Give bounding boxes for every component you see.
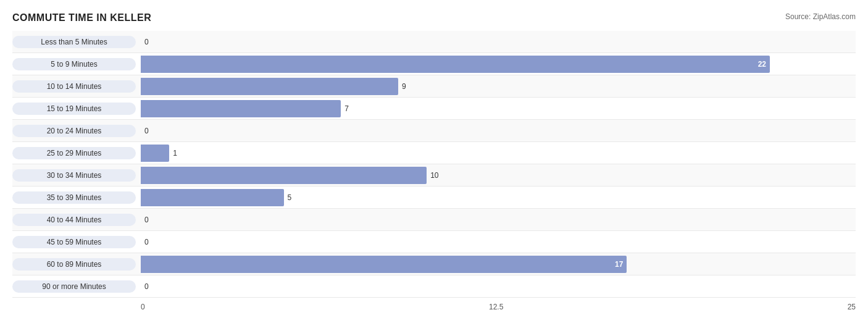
chart-header: COMMUTE TIME IN KELLER Source: ZipAtlas.… (12, 12, 856, 23)
bar-track: 7 (141, 100, 856, 117)
bar-label: 10 to 14 Minutes (12, 80, 136, 93)
bar-value: 9 (402, 82, 406, 91)
bar-row: 45 to 59 Minutes0 (12, 231, 856, 253)
bar-row: 15 to 19 Minutes7 (12, 98, 856, 120)
bar-label: 20 to 24 Minutes (12, 125, 136, 137)
bar-track: 0 (141, 233, 856, 251)
bar-row: 40 to 44 Minutes0 (12, 209, 856, 231)
bar-row: 25 to 29 Minutes1 (12, 142, 856, 164)
bar-fill: 22 (141, 56, 770, 73)
bar-row: 10 to 14 Minutes9 (12, 75, 856, 98)
bars-area: Less than 5 Minutes05 to 9 Minutes2210 t… (12, 31, 856, 298)
bar-label: Less than 5 Minutes (12, 36, 136, 48)
bar-track: 1 (141, 145, 856, 162)
bar-track: 22 (141, 56, 856, 73)
bar-label: 15 to 19 Minutes (12, 103, 136, 115)
bar-row: 30 to 34 Minutes10 (12, 164, 856, 187)
bar-value: 0 (144, 38, 149, 46)
bar-value-inside: 17 (615, 260, 623, 269)
bar-row: Less than 5 Minutes0 (12, 31, 856, 53)
x-axis: 012.525 (12, 303, 856, 311)
bar-label: 5 to 9 Minutes (12, 58, 136, 70)
bar-track: 0 (141, 122, 856, 140)
bar-fill (141, 167, 427, 184)
bar-value: 5 (288, 193, 292, 202)
bar-value: 1 (173, 149, 177, 157)
bar-track: 10 (141, 167, 856, 184)
bar-value-inside: 22 (758, 60, 766, 69)
bar-row: 5 to 9 Minutes22 (12, 53, 856, 75)
bar-fill (141, 189, 284, 206)
bar-fill (141, 100, 341, 117)
bar-label: 90 or more Minutes (12, 280, 136, 293)
x-axis-label: 0 (141, 303, 145, 311)
bar-row: 60 to 89 Minutes17 (12, 253, 856, 275)
bar-label: 30 to 34 Minutes (12, 169, 136, 182)
bar-row: 90 or more Minutes0 (12, 275, 856, 298)
bar-row: 20 to 24 Minutes0 (12, 120, 856, 142)
chart-container: COMMUTE TIME IN KELLER Source: ZipAtlas.… (0, 0, 868, 323)
bar-label: 45 to 59 Minutes (12, 236, 136, 248)
bar-track: 9 (141, 78, 856, 95)
bar-track: 0 (141, 211, 856, 229)
chart-source: Source: ZipAtlas.com (785, 12, 856, 21)
bar-fill (141, 145, 169, 162)
bar-row: 35 to 39 Minutes5 (12, 187, 856, 209)
bar-value: 0 (144, 238, 149, 246)
bar-track: 0 (141, 278, 856, 295)
bar-fill: 17 (141, 256, 627, 273)
bar-value: 7 (344, 104, 349, 113)
x-axis-label: 25 (848, 303, 856, 311)
bar-value: 0 (144, 216, 149, 224)
x-axis-label: 12.5 (489, 303, 503, 311)
bar-value: 0 (144, 282, 149, 291)
bar-label: 60 to 89 Minutes (12, 258, 136, 271)
bar-track: 5 (141, 189, 856, 206)
bar-label: 35 to 39 Minutes (12, 191, 136, 204)
bar-value: 10 (430, 171, 438, 180)
bar-value: 0 (144, 127, 149, 135)
x-axis-labels: 012.525 (141, 303, 856, 311)
chart-title: COMMUTE TIME IN KELLER (12, 12, 151, 23)
bar-track: 17 (141, 256, 856, 273)
bar-fill (141, 78, 398, 95)
bar-track: 0 (141, 33, 856, 51)
bar-label: 40 to 44 Minutes (12, 214, 136, 226)
bar-label: 25 to 29 Minutes (12, 147, 136, 159)
